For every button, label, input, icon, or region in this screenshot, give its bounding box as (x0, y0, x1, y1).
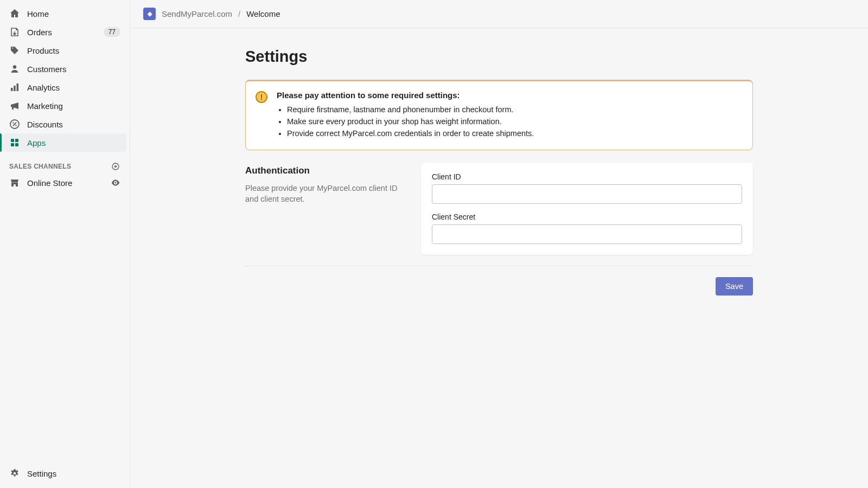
sidebar-item-discounts[interactable]: Discounts (3, 115, 126, 133)
products-icon (9, 45, 20, 56)
discounts-icon (9, 119, 20, 130)
sidebar-item-label: Discounts (27, 120, 120, 129)
sidebar-item-label: Home (27, 9, 120, 18)
page-title: Settings (245, 48, 753, 66)
auth-card: Client ID Client Secret (421, 162, 753, 255)
store-icon (9, 177, 20, 188)
svg-rect-9 (11, 143, 14, 146)
orders-badge: 77 (104, 27, 120, 37)
banner-bullet: Make sure every product in your shop has… (287, 117, 743, 126)
svg-rect-10 (15, 143, 18, 146)
sidebar-item-apps[interactable]: Apps (3, 133, 126, 152)
view-store-icon[interactable] (111, 178, 120, 188)
section-header-label: SALES CHANNELS (9, 163, 71, 170)
sidebar-item-analytics[interactable]: Analytics (3, 78, 126, 97)
app-logo-icon: ◈ (143, 8, 156, 20)
divider (245, 266, 753, 266)
svg-rect-7 (11, 139, 14, 142)
main-content: ◈ SendMyParcel.com / Welcome Settings ! … (130, 0, 868, 488)
home-icon (9, 8, 20, 19)
sidebar-item-label: Settings (27, 469, 120, 478)
sidebar-item-settings[interactable]: Settings (3, 464, 126, 483)
svg-rect-3 (17, 84, 19, 91)
sidebar-item-label: Orders (27, 28, 97, 37)
sidebar-item-label: Products (27, 46, 120, 55)
banner-bullet: Require firstname, lastname and phonenum… (287, 105, 743, 114)
sidebar-item-home[interactable]: Home (3, 4, 126, 23)
sidebar-item-orders[interactable]: Orders 77 (3, 23, 126, 41)
svg-rect-1 (11, 88, 13, 91)
sidebar-item-label: Online Store (27, 178, 104, 188)
analytics-icon (9, 82, 20, 93)
sidebar-item-customers[interactable]: Customers (3, 60, 126, 78)
client-id-input[interactable] (432, 184, 742, 204)
gear-icon (9, 468, 20, 479)
client-secret-label: Client Secret (432, 213, 742, 221)
section-description: Please provide your MyParcel.com client … (245, 183, 410, 205)
breadcrumb: ◈ SendMyParcel.com / Welcome (130, 0, 868, 28)
sidebar-item-label: Marketing (27, 101, 120, 111)
save-button[interactable]: Save (716, 277, 753, 296)
svg-point-12 (115, 182, 117, 184)
sidebar-item-label: Apps (27, 138, 120, 147)
breadcrumb-app[interactable]: SendMyParcel.com (162, 9, 232, 18)
breadcrumb-separator: / (238, 9, 240, 18)
banner-bullet: Provide correct MyParcel.com credentials… (287, 129, 743, 138)
apps-icon (9, 137, 20, 148)
section-heading: Authentication (245, 165, 410, 176)
warning-banner: ! Please pay attention to some required … (245, 80, 753, 150)
orders-icon (9, 27, 20, 37)
svg-rect-8 (15, 139, 18, 142)
svg-point-5 (12, 122, 14, 123)
marketing-icon (9, 100, 20, 111)
authentication-section: Authentication Please provide your MyPar… (245, 161, 753, 255)
banner-title: Please pay attention to some required se… (277, 91, 743, 100)
sidebar-item-label: Analytics (27, 83, 120, 92)
warning-icon: ! (256, 91, 267, 103)
breadcrumb-current: Welcome (246, 9, 280, 18)
sidebar-item-label: Customers (27, 65, 120, 74)
customers-icon (9, 63, 20, 74)
sidebar: Home Orders 77 Products Customers (0, 0, 130, 488)
sidebar-item-marketing[interactable]: Marketing (3, 97, 126, 115)
add-channel-button[interactable] (111, 162, 120, 171)
client-secret-input[interactable] (432, 224, 742, 244)
sidebar-item-products[interactable]: Products (3, 41, 126, 60)
svg-rect-2 (14, 86, 16, 91)
svg-point-0 (13, 65, 16, 68)
sidebar-item-online-store[interactable]: Online Store (3, 174, 126, 192)
svg-point-6 (15, 125, 16, 126)
client-id-label: Client ID (432, 172, 742, 181)
sales-channels-header: SALES CHANNELS (3, 152, 126, 174)
